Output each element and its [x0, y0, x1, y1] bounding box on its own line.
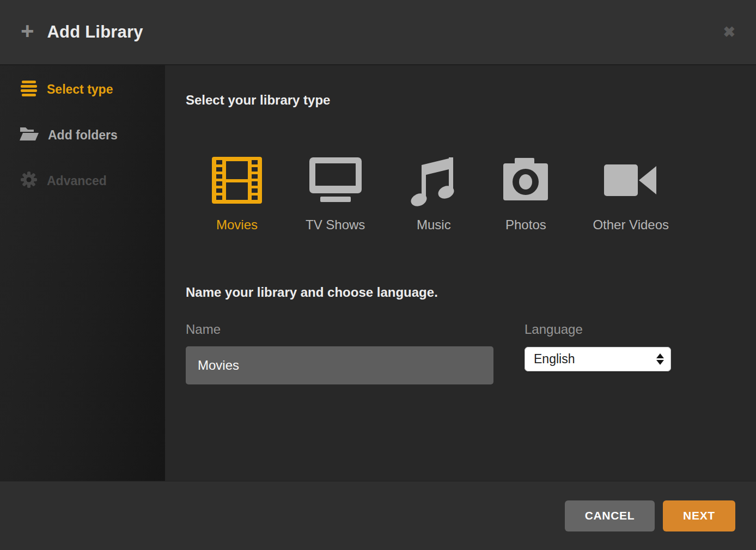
tv-icon	[309, 156, 362, 205]
sidebar-item-label: Advanced	[47, 174, 107, 188]
add-library-dialog: + Add Library ✖ Select type	[0, 0, 756, 550]
library-type-label: Movies	[216, 217, 258, 233]
sidebar-item-advanced[interactable]: Advanced	[0, 168, 165, 194]
select-arrows-icon	[656, 353, 664, 365]
gear-icon	[20, 170, 38, 191]
dialog-header: + Add Library ✖	[0, 0, 756, 65]
sidebar-item-select-type[interactable]: Select type	[0, 76, 165, 102]
language-select[interactable]: English	[525, 347, 671, 371]
main-panel: Select your library type	[165, 65, 756, 481]
library-type-label: Music	[417, 217, 451, 233]
plus-icon: +	[21, 20, 34, 42]
library-type-music[interactable]: Music	[409, 156, 459, 233]
library-type-label: Photos	[505, 217, 546, 233]
next-button[interactable]: NEXT	[663, 500, 735, 531]
camera-icon	[502, 156, 549, 205]
library-type-tv-shows[interactable]: TV Shows	[306, 156, 365, 233]
library-type-other-videos[interactable]: Other Videos	[593, 156, 669, 233]
library-type-label: TV Shows	[306, 217, 365, 233]
dialog-body: Select type Add folders	[0, 65, 756, 481]
sidebar-item-add-folders[interactable]: Add folders	[0, 122, 165, 148]
name-section-heading: Name your library and choose language.	[186, 283, 735, 301]
library-type-movies[interactable]: Movies	[212, 156, 262, 233]
dialog-footer: CANCEL NEXT	[0, 481, 756, 550]
sidebar-item-label: Select type	[47, 82, 113, 97]
library-type-heading: Select your library type	[186, 91, 735, 109]
dialog-title: Add Library	[47, 22, 143, 42]
music-note-icon	[409, 156, 459, 205]
folder-open-icon	[20, 126, 39, 144]
close-icon[interactable]: ✖	[723, 25, 735, 40]
library-name-input[interactable]	[186, 346, 493, 384]
language-field-label: Language	[525, 321, 671, 338]
library-type-photos[interactable]: Photos	[502, 156, 549, 233]
sidebar-item-label: Add folders	[48, 128, 118, 143]
name-field-group: Name	[186, 321, 493, 384]
library-type-row: Movies TV Shows	[186, 156, 735, 233]
language-field-group: Language English	[525, 321, 671, 384]
language-select-value: English	[534, 352, 575, 366]
list-lines-icon	[20, 80, 38, 99]
library-type-label: Other Videos	[593, 217, 669, 233]
video-camera-icon	[604, 156, 657, 205]
steps-sidebar: Select type Add folders	[0, 65, 165, 481]
name-language-row: Name Language English	[186, 321, 735, 384]
cancel-button[interactable]: CANCEL	[565, 500, 655, 531]
name-field-label: Name	[186, 321, 493, 338]
film-strip-icon	[212, 156, 262, 205]
